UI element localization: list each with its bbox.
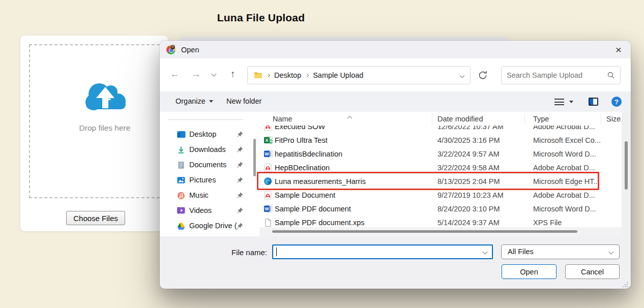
file-type-select[interactable]: All Files [501, 244, 620, 259]
open-file-dialog: Open × ← → ↑ Desktop Sample Upload [160, 41, 631, 289]
music-icon [177, 192, 186, 200]
vertical-scrollbar-track[interactable] [622, 112, 631, 236]
svg-text:W: W [265, 206, 269, 211]
pin-icon[interactable] [236, 146, 244, 153]
column-header-date-modified[interactable]: Date modified [437, 115, 483, 123]
back-arrow-icon[interactable]: ← [170, 69, 180, 79]
sidebar: Desktop Downloads Documents Pictures [160, 112, 259, 236]
chevron-down-icon [609, 250, 614, 255]
svg-text:X: X [265, 138, 268, 143]
sidebar-item-videos[interactable]: Videos [160, 203, 259, 219]
address-dropdown-chevron-icon[interactable] [460, 73, 465, 78]
resize-grip[interactable] [622, 281, 628, 287]
chrome-icon [166, 45, 175, 54]
organize-button[interactable]: Organize [175, 97, 213, 105]
sort-ascending-icon [347, 112, 353, 121]
dropzone-label: Drop files here [39, 124, 168, 133]
word-icon: W [264, 149, 272, 159]
search-box [501, 66, 621, 84]
file-name-input[interactable] [276, 247, 479, 257]
page-title: Luna File Upload [0, 12, 522, 24]
file-name-combobox [272, 244, 493, 259]
forward-arrow-icon[interactable]: → [191, 69, 201, 79]
new-folder-button[interactable]: New folder [226, 97, 261, 105]
sidebar-item-google-drive[interactable]: Google Drive ( [160, 219, 259, 234]
file-row[interactable]: Sample PDF document.xps 5/14/2024 9:37 A… [259, 216, 622, 227]
profile-avatar [170, 45, 175, 49]
column-header-size[interactable]: Size [606, 115, 621, 123]
search-icon [607, 71, 615, 79]
pin-icon[interactable] [236, 131, 244, 138]
desktop-icon [177, 131, 186, 139]
column-divider [601, 113, 601, 125]
gdrive-icon [177, 222, 186, 231]
open-button[interactable]: Open [502, 264, 557, 279]
file-row[interactable]: W Sample PDF document 8/24/2020 3:10 PM … [259, 202, 622, 216]
preview-pane-icon[interactable] [589, 98, 598, 106]
text-caret [276, 248, 277, 256]
file-icon [264, 218, 272, 227]
svg-text:W: W [265, 151, 269, 157]
pin-icon[interactable] [236, 192, 244, 199]
upload-card: Drop files here Choose Files [20, 36, 168, 231]
breadcrumb[interactable]: Desktop Sample Upload [247, 66, 471, 84]
column-divider [432, 113, 432, 125]
search-input[interactable] [507, 71, 607, 79]
help-button[interactable]: ? [611, 97, 622, 107]
file-row[interactable]: Executed SOW 12/6/2022 10:37 AM Adobe Ac… [259, 126, 622, 134]
sidebar-item-documents[interactable]: Documents [160, 158, 259, 173]
breadcrumb-item-desktop[interactable]: Desktop [274, 71, 301, 79]
sidebar-divider [168, 119, 243, 120]
videos-icon [177, 207, 186, 215]
dialog-footer: File name: All Files Open Cancel [160, 236, 631, 289]
pictures-icon [177, 176, 186, 185]
chevron-down-icon [209, 100, 213, 103]
pdf-icon [264, 191, 272, 200]
file-row[interactable]: Xa FitPro Ultra Test 4/30/2025 3:16 PM M… [259, 134, 622, 147]
word-icon: W [264, 204, 272, 213]
pin-icon[interactable] [236, 222, 244, 230]
horizontal-scrollbar-thumb[interactable] [272, 230, 577, 233]
sidebar-items: Desktop Downloads Documents Pictures [160, 127, 259, 234]
up-arrow-icon[interactable]: ↑ [230, 69, 236, 79]
sidebar-item-desktop[interactable]: Desktop [160, 127, 259, 142]
sidebar-scrollbar[interactable] [253, 139, 256, 176]
svg-text:a: a [270, 139, 272, 143]
horizontal-scrollbar-track[interactable] [259, 227, 622, 236]
column-header-name[interactable]: Name [273, 115, 292, 123]
file-row[interactable]: W hepatitisBdeclination 3/22/2024 9:57 A… [259, 147, 622, 161]
vertical-scrollbar-thumb[interactable] [625, 141, 628, 190]
file-row[interactable]: Sample Document 9/27/2019 10:23 AM Adobe… [259, 189, 622, 202]
sidebar-item-pictures[interactable]: Pictures [160, 173, 259, 188]
pin-icon[interactable] [236, 176, 244, 184]
pin-icon[interactable] [236, 207, 244, 214]
chevron-right-icon [305, 73, 309, 77]
file-list-header: Name Date modified Type Size [259, 112, 622, 126]
downloads-icon [177, 146, 186, 155]
dialog-titlebar: Open × [160, 41, 631, 58]
pin-icon[interactable] [236, 161, 244, 169]
dialog-title: Open [181, 46, 199, 54]
column-divider [524, 113, 525, 125]
recent-locations-chevron-icon[interactable] [212, 72, 217, 77]
column-header-type[interactable]: Type [533, 115, 549, 123]
file-type-value: All Files [508, 248, 534, 256]
sidebar-item-downloads[interactable]: Downloads [160, 142, 259, 158]
dialog-toolbar: Organize New folder ? [160, 91, 631, 112]
excel-icon: Xa [264, 136, 272, 145]
file-dropzone[interactable]: Drop files here [29, 44, 168, 198]
close-icon[interactable]: × [612, 43, 625, 55]
view-options-chevron-icon[interactable] [569, 101, 573, 103]
chevron-down-icon[interactable] [483, 250, 488, 255]
sidebar-item-music[interactable]: Music [160, 188, 259, 203]
cancel-button[interactable]: Cancel [565, 264, 620, 279]
dialog-navbar: ← → ↑ Desktop Sample Upload [160, 58, 631, 91]
list-view-icon[interactable] [554, 99, 564, 105]
file-name-label: File name: [231, 248, 267, 257]
chevron-right-icon [267, 73, 270, 77]
breadcrumb-item-sample-upload[interactable]: Sample Upload [313, 71, 363, 79]
documents-icon [177, 161, 186, 170]
pdf-icon [264, 126, 272, 131]
choose-files-button[interactable]: Choose Files [66, 211, 125, 225]
refresh-icon[interactable] [478, 70, 488, 80]
